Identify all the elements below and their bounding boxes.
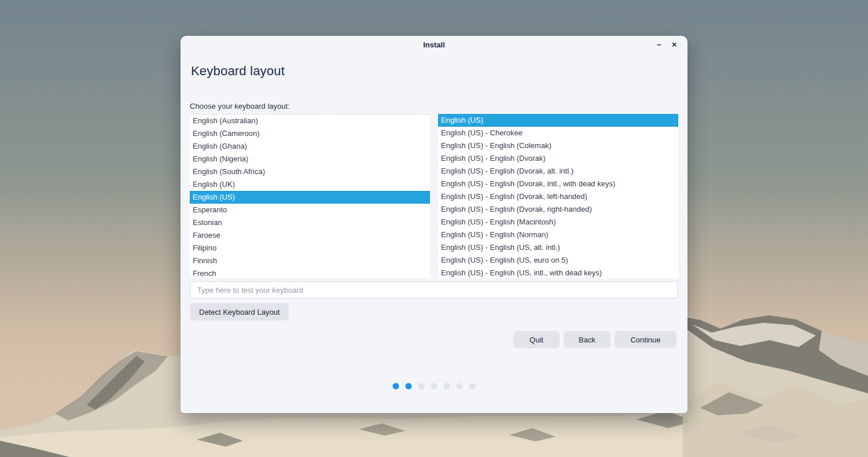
list-item[interactable]: English (US) - English (Dvorak, intl., w… [438, 178, 678, 190]
list-item[interactable]: English (US) - English (Dvorak, right-ha… [438, 203, 678, 216]
page-title: Keyboard layout [191, 64, 285, 79]
minimize-button[interactable]: – [652, 37, 667, 52]
progress-dot [444, 383, 450, 389]
keyboard-test-input[interactable] [190, 281, 678, 298]
progress-dot [469, 383, 476, 389]
list-item[interactable]: English (US) - Cherokee [438, 127, 678, 139]
list-item[interactable]: English (Ghana) [190, 140, 430, 153]
keyboard-layout-list[interactable]: English (Australian)English (Cameroon)En… [190, 114, 430, 278]
continue-button[interactable]: Continue [615, 331, 676, 348]
progress-dot [406, 383, 412, 389]
list-item[interactable]: Estonian [190, 216, 430, 229]
progress-dot [418, 383, 425, 389]
nav-buttons: Quit Back Continue [513, 331, 676, 348]
list-item[interactable]: English (US) - English (Colemak) [438, 139, 678, 152]
keyboard-lists: English (Australian)English (Cameroon)En… [190, 114, 678, 278]
list-item[interactable]: Filipino [190, 242, 430, 255]
list-item[interactable]: English (US) - English (Dvorak, alt. int… [438, 165, 678, 178]
list-item[interactable]: English (US) - English (US, alt. intl.) [438, 241, 678, 254]
instruction-label: Choose your keyboard layout: [190, 102, 290, 110]
list-item[interactable]: English (US) - English (Norman) [438, 228, 678, 241]
install-window: Install – × Keyboard layout Choose your … [181, 36, 687, 413]
list-item[interactable]: English (UK) [190, 178, 430, 191]
list-item[interactable]: English (Cameroon) [190, 127, 430, 140]
window-title: Install [181, 36, 687, 54]
list-item[interactable]: Finnish [190, 255, 430, 267]
quit-button[interactable]: Quit [513, 331, 560, 348]
progress-dot [431, 383, 437, 389]
list-item[interactable]: French [190, 267, 430, 278]
list-item[interactable]: English (US) - English (Dvorak, left-han… [438, 190, 678, 203]
list-item[interactable]: English (US) [190, 191, 430, 204]
list-item[interactable]: English (US) [438, 114, 678, 127]
list-item[interactable]: English (US) - English (Dvorak) [438, 152, 678, 165]
list-item[interactable]: English (US) - English (Macintosh) [438, 216, 678, 228]
list-item[interactable]: English (Australian) [190, 115, 430, 127]
list-item[interactable]: English (US) - English (US, intl., with … [438, 267, 678, 278]
back-button[interactable]: Back [564, 331, 610, 348]
window-controls: – × [652, 36, 682, 53]
progress-dots [393, 383, 476, 389]
progress-dot [393, 383, 399, 389]
close-button[interactable]: × [667, 37, 682, 52]
list-item[interactable]: English (US) - English (US, euro on 5) [438, 254, 678, 267]
keyboard-variant-list[interactable]: English (US)English (US) - CherokeeEngli… [438, 114, 678, 278]
detect-keyboard-layout-button[interactable]: Detect Keyboard Layout [190, 303, 289, 320]
progress-dot [457, 383, 463, 389]
titlebar[interactable]: Install – × [181, 36, 687, 53]
list-item[interactable]: English (South Africa) [190, 165, 430, 178]
list-item[interactable]: Faroese [190, 229, 430, 242]
list-item[interactable]: English (Nigeria) [190, 153, 430, 165]
list-item[interactable]: Esperanto [190, 204, 430, 216]
